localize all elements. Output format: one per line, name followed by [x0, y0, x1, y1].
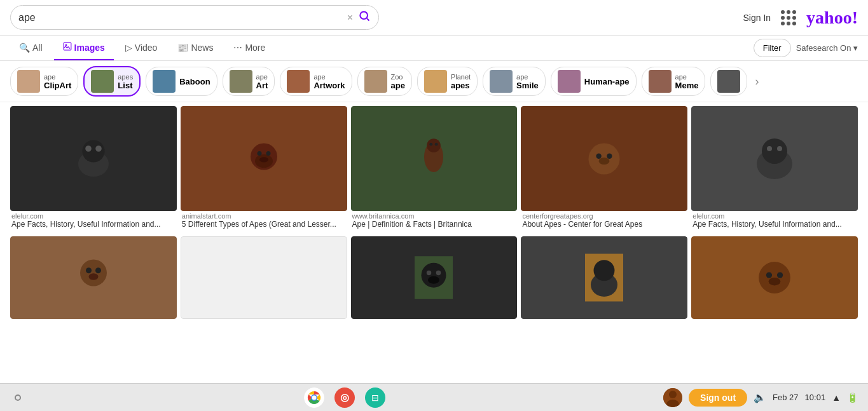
chip-thumb-silhouette [717, 70, 740, 93]
image-placeholder-1-2 [181, 106, 347, 211]
image-col2-5 [691, 236, 858, 319]
search-input[interactable] [18, 12, 342, 24]
taskbar-time: 10:01 [805, 393, 826, 402]
safesearch-label[interactable]: Safesearch On ▾ [796, 43, 858, 53]
images-icon [63, 42, 72, 53]
svg-rect-2 [64, 43, 71, 50]
chip-human[interactable]: Human-ape [551, 67, 637, 96]
svg-point-42 [769, 278, 781, 285]
image-card-2-2[interactable] [181, 236, 347, 319]
image-card-2-4[interactable] [521, 236, 687, 319]
image-title-1-4: About Apes - Center for Great Apes [521, 220, 687, 232]
svg-point-28 [86, 267, 92, 273]
image-placeholder-1-5 [691, 106, 858, 211]
chip-label-artwork: apeArtwork [313, 73, 345, 90]
taskbar-right: Sign out 🔈 Feb 27 10:01 ▲ 🔋 [663, 388, 858, 407]
news-icon: 📰 [177, 43, 188, 53]
tab-images-label: Images [74, 43, 105, 53]
image-card-2-5[interactable] [691, 236, 858, 319]
taskbar-center: ◎ ⊟ [304, 387, 385, 408]
more-icon: ⋯ [233, 43, 242, 53]
chip-planet[interactable]: Planetapes [417, 67, 478, 96]
chip-label-list: apesList [118, 73, 133, 90]
chip-zoo[interactable]: Zooape [357, 67, 412, 96]
chrome-icon[interactable] [304, 387, 324, 408]
chip-label-planet: Planetapes [451, 73, 471, 90]
chip-clipart[interactable]: apeClipArt [10, 67, 78, 96]
header-right: Sign In yahoo! [743, 8, 858, 28]
image-title-1-3: Ape | Definition & Facts | Britannica [351, 220, 518, 232]
sound-icon[interactable]: 🔈 [754, 391, 766, 403]
chip-label-meme: apeMeme [675, 73, 699, 90]
taskbar-left [10, 390, 25, 405]
chip-thumb-zoo [364, 70, 387, 93]
image-col2-4 [521, 236, 687, 319]
tab-images[interactable]: Images [54, 36, 114, 60]
nav-tabs: 🔍 All Images ▷ Video 📰 News ⋯ More Filte… [0, 36, 868, 61]
svg-point-34 [436, 270, 441, 275]
svg-point-33 [427, 270, 432, 275]
tab-news-label: News [191, 43, 213, 53]
tab-all[interactable]: 🔍 All [10, 36, 52, 60]
image-card-1-4[interactable]: centerforgreatapes.org About Apes - Cent… [521, 106, 687, 232]
chip-list[interactable]: apesList [83, 66, 141, 97]
chip-smile[interactable]: apeSmile [483, 67, 546, 96]
image-placeholder-2-1 [10, 236, 177, 319]
apps-grid-icon[interactable] [781, 10, 796, 25]
chip-art[interactable]: apeArt [223, 67, 275, 96]
svg-point-47 [669, 391, 677, 398]
svg-point-7 [95, 145, 102, 152]
image-col2-1 [10, 236, 177, 319]
chip-thumb-baboon [153, 70, 176, 93]
svg-point-32 [422, 262, 446, 287]
tab-more[interactable]: ⋯ More [224, 36, 274, 60]
image-card-1-1[interactable]: elelur.com Ape Facts, History, Useful In… [10, 106, 177, 232]
taskbar-avatar[interactable] [663, 388, 682, 407]
chip-label-zoo: Zooape [391, 73, 405, 90]
image-card-1-2[interactable]: animalstart.com 5 Different Types of Ape… [181, 106, 347, 232]
chip-thumb-smile [490, 70, 513, 93]
image-card-2-1[interactable] [10, 236, 177, 319]
svg-point-19 [596, 153, 602, 158]
svg-point-15 [427, 138, 441, 152]
chip-baboon[interactable]: Baboon [146, 67, 217, 96]
image-col-2: animalstart.com 5 Different Types of Ape… [181, 106, 347, 232]
svg-point-3 [65, 44, 67, 46]
tab-video-label: Video [135, 43, 158, 53]
svg-point-38 [594, 260, 615, 281]
chip-thumb-clipart [17, 70, 40, 93]
svg-point-16 [430, 142, 433, 145]
app-icon-teal[interactable]: ⊟ [365, 387, 385, 408]
chip-artwork[interactable]: apeArtwork [280, 67, 352, 96]
search-button[interactable] [358, 10, 371, 25]
tab-video[interactable]: ▷ Video [116, 36, 167, 60]
nav-right: Filter Safesearch On ▾ [754, 39, 858, 57]
filter-button[interactable]: Filter [754, 39, 791, 57]
app-icon-red[interactable]: ◎ [334, 387, 355, 408]
chip-meme[interactable]: apeMeme [642, 67, 706, 96]
svg-point-0 [360, 11, 368, 19]
image-placeholder-1-3 [351, 106, 518, 211]
svg-point-12 [259, 157, 268, 162]
image-card-1-3[interactable]: www.britannica.com Ape | Definition & Fa… [351, 106, 518, 232]
sign-in-link[interactable]: Sign In [743, 13, 771, 23]
svg-point-27 [80, 259, 107, 286]
svg-point-24 [762, 138, 787, 164]
image-source-1-2: animalstart.com [181, 212, 347, 220]
search-bar: × [10, 5, 379, 30]
image-grid-row2 [0, 232, 868, 319]
tab-news[interactable]: 📰 News [169, 36, 222, 60]
chip-silhouette[interactable] [710, 67, 747, 96]
clear-icon[interactable]: × [347, 12, 353, 24]
chips-next-icon[interactable]: › [752, 75, 761, 88]
image-card-1-5[interactable]: elelur.com Ape Facts, History, Useful In… [691, 106, 858, 232]
svg-point-5 [82, 140, 104, 162]
svg-point-21 [599, 157, 610, 164]
image-placeholder-2-2 [181, 236, 347, 319]
image-col2-3 [351, 236, 518, 319]
sign-out-button[interactable]: Sign out [689, 389, 747, 407]
os-circle-icon[interactable] [10, 390, 25, 405]
chip-thumb-artwork [287, 70, 310, 93]
taskbar-date: Feb 27 [773, 393, 798, 402]
image-card-2-3[interactable] [351, 236, 518, 319]
